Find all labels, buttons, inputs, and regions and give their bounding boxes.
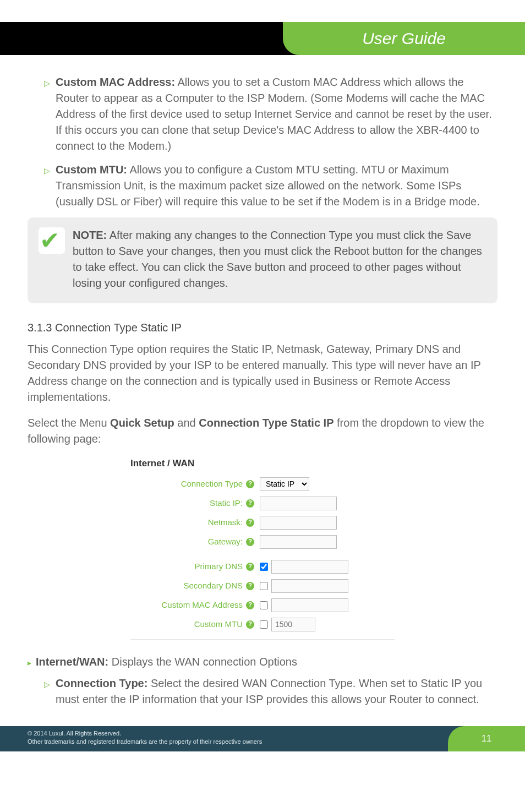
custom-mtu-checkbox[interactable] bbox=[260, 620, 268, 629]
label-gateway: Gateway: bbox=[130, 536, 246, 548]
arrow-icon: ▸ bbox=[28, 657, 31, 670]
section-para-1: This Connection Type option requires the… bbox=[28, 341, 497, 405]
triangle-icon: ▷ bbox=[44, 165, 50, 210]
bullet-internet-wan: ▸ Internet/WAN: Displays the WAN connect… bbox=[28, 654, 497, 670]
help-icon[interactable]: ? bbox=[246, 620, 254, 629]
help-icon[interactable]: ? bbox=[246, 563, 254, 571]
bullet-label: Internet/WAN: bbox=[36, 656, 108, 668]
bullet-body: Displays the WAN connection Options bbox=[108, 656, 297, 668]
note-text: After making any changes to the Connecti… bbox=[73, 229, 482, 289]
static-ip-input[interactable] bbox=[260, 497, 337, 510]
label-netmask: Netmask: bbox=[130, 516, 246, 528]
checkmark-icon bbox=[39, 227, 65, 254]
footer-line-1: © 2014 Luxul. All Rights Reserved. bbox=[28, 729, 262, 738]
para-bold: Connection Type Static IP bbox=[199, 417, 333, 429]
gateway-input[interactable] bbox=[260, 535, 337, 549]
bullet-label: Custom MTU: bbox=[56, 164, 127, 176]
section-para-2: Select the Menu Quick Setup and Connecti… bbox=[28, 415, 497, 447]
bullet-custom-mtu: ▷ Custom MTU: Allows you to configure a … bbox=[28, 162, 497, 210]
row-connection-type: Connection Type ? Static IP bbox=[130, 477, 395, 491]
label-primary-dns: Primary DNS bbox=[130, 560, 246, 573]
bullet-label: Connection Type: bbox=[56, 677, 147, 689]
label-static-ip: Static IP: bbox=[130, 497, 246, 509]
row-primary-dns: Primary DNS ? bbox=[130, 560, 395, 574]
footer-line-2: Other trademarks and registered trademar… bbox=[28, 738, 262, 746]
help-icon[interactable]: ? bbox=[246, 538, 254, 546]
row-gateway: Gateway: ? bbox=[130, 535, 395, 549]
page-number: 11 bbox=[482, 734, 491, 744]
custom-mac-input[interactable] bbox=[271, 598, 348, 612]
content-area: ▷ Custom MAC Address: Allows you to set … bbox=[28, 74, 497, 707]
triangle-icon: ▷ bbox=[44, 78, 50, 154]
section-heading: 3.1.3 Connection Type Static IP bbox=[28, 320, 497, 336]
row-secondary-dns: Secondary DNS ? bbox=[130, 579, 395, 593]
connection-type-select[interactable]: Static IP bbox=[260, 477, 309, 491]
label-custom-mac: Custom MAC Address bbox=[130, 599, 246, 611]
row-custom-mtu: Custom MTU ? bbox=[130, 618, 395, 631]
row-custom-mac: Custom MAC Address ? bbox=[130, 598, 395, 612]
bullet-text: Connection Type: Select the desired WAN … bbox=[56, 675, 497, 707]
note-body: NOTE: After making any changes to the Co… bbox=[73, 227, 484, 291]
footer: © 2014 Luxul. All Rights Reserved. Other… bbox=[28, 726, 497, 751]
secondary-dns-input[interactable] bbox=[271, 579, 348, 593]
bullet-custom-mac: ▷ Custom MAC Address: Allows you to set … bbox=[28, 74, 497, 154]
page-title: User Guide bbox=[362, 29, 446, 48]
bullet-text: Custom MAC Address: Allows you to set a … bbox=[56, 74, 497, 154]
primary-dns-input[interactable] bbox=[271, 560, 348, 574]
bullet-label: Custom MAC Address: bbox=[56, 76, 175, 88]
custom-mtu-input[interactable] bbox=[271, 618, 315, 631]
bullet-text: Custom MTU: Allows you to configure a Cu… bbox=[56, 162, 497, 210]
row-static-ip: Static IP: ? bbox=[130, 497, 395, 510]
bullet-text: Internet/WAN: Displays the WAN connectio… bbox=[36, 654, 497, 670]
note-box: NOTE: After making any changes to the Co… bbox=[28, 217, 497, 303]
para-text: Select the Menu bbox=[28, 417, 110, 429]
form-title: Internet / WAN bbox=[130, 457, 395, 471]
footer-page-badge: 11 bbox=[448, 726, 525, 751]
netmask-input[interactable] bbox=[260, 516, 337, 530]
triangle-icon: ▷ bbox=[44, 679, 50, 707]
label-connection-type: Connection Type bbox=[130, 478, 246, 490]
help-icon[interactable]: ? bbox=[246, 480, 254, 488]
note-label: NOTE: bbox=[73, 229, 107, 241]
footer-text: © 2014 Luxul. All Rights Reserved. Other… bbox=[28, 729, 262, 746]
help-icon[interactable]: ? bbox=[246, 519, 254, 527]
divider bbox=[130, 639, 395, 640]
label-custom-mtu: Custom MTU bbox=[130, 618, 246, 630]
secondary-dns-checkbox[interactable] bbox=[260, 582, 268, 590]
row-netmask: Netmask: ? bbox=[130, 516, 395, 530]
help-icon[interactable]: ? bbox=[246, 601, 254, 609]
help-icon[interactable]: ? bbox=[246, 499, 254, 508]
custom-mac-checkbox[interactable] bbox=[260, 601, 268, 609]
para-text: and bbox=[174, 417, 199, 429]
para-bold: Quick Setup bbox=[110, 417, 174, 429]
form-screenshot: Internet / WAN Connection Type ? Static … bbox=[130, 457, 395, 640]
header-band: User Guide bbox=[28, 22, 497, 61]
primary-dns-checkbox[interactable] bbox=[260, 563, 268, 571]
label-secondary-dns: Secondary DNS bbox=[130, 580, 246, 592]
sub-bullet-connection-type: ▷ Connection Type: Select the desired WA… bbox=[28, 675, 497, 707]
header-green-bar: User Guide bbox=[283, 22, 525, 55]
help-icon[interactable]: ? bbox=[246, 582, 254, 590]
